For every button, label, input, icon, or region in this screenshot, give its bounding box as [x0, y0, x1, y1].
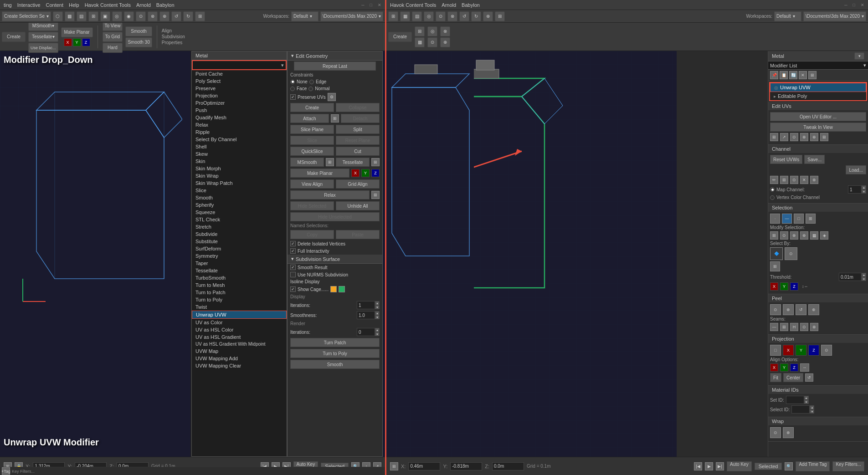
toolbar-icon-12[interactable]: ↻	[183, 11, 193, 21]
cage-color1[interactable]	[330, 286, 337, 292]
relax-btn[interactable]: Relax	[290, 190, 370, 199]
menu-babylon[interactable]: Babylon	[156, 2, 175, 8]
delete-isolated-checkbox[interactable]: ✓	[290, 241, 296, 246]
hide-selected-btn[interactable]: Hide Selected	[290, 201, 334, 210]
select-id-spinbox[interactable]: ▲ ▼	[791, 405, 866, 414]
edit-geom-header[interactable]: ▾ Edit Geometry	[288, 51, 382, 61]
align-z-btn[interactable]: Z	[790, 363, 798, 372]
peel-icon-3[interactable]: ↺	[796, 304, 806, 315]
mod-uvw-add[interactable]: UVW Mapping Add	[192, 355, 287, 362]
iterations-up[interactable]: ▲	[375, 301, 380, 305]
mod-uvw-map[interactable]: UVW Map	[192, 347, 287, 355]
selid-down[interactable]: ▼	[810, 409, 814, 414]
r-z-input[interactable]	[492, 462, 524, 470]
map-channel-input[interactable]	[848, 185, 862, 194]
turn-patch-btn[interactable]: Turn Patch	[290, 338, 380, 347]
mod-turn-mesh[interactable]: Turn to Mesh	[192, 281, 287, 289]
toolbar-right-icon-7[interactable]: ↺	[459, 11, 469, 21]
proj-x-btn[interactable]: X	[783, 345, 794, 356]
mod-prooptimizer[interactable]: ProOptimizer	[192, 99, 287, 107]
save-btn[interactable]: Save...	[804, 155, 825, 164]
mod-uv-hsl-color[interactable]: UV as HSL Color	[192, 326, 287, 333]
workspace-dropdown-right[interactable]: Default▾	[774, 11, 801, 21]
mod-ripple[interactable]: Ripple	[192, 128, 287, 136]
stack-icon-5[interactable]: ⊞	[808, 71, 817, 79]
msmooth-settings[interactable]: ⊞	[326, 158, 334, 166]
viewport-right-area[interactable]	[383, 51, 474, 457]
mod-turn-patch[interactable]: Turn to Patch	[192, 289, 287, 296]
ch-icon-5[interactable]: ⊗	[810, 176, 818, 184]
smooth-subdiv-btn[interactable]: Smooth	[290, 360, 380, 369]
proj-icon-1[interactable]: □	[770, 345, 781, 356]
modifier-list[interactable]: Point Cache Poly Select Preserve Project…	[192, 70, 287, 456]
sel-face-icon[interactable]: □	[794, 214, 804, 224]
uv-icon-2[interactable]: ↗	[780, 133, 788, 141]
sel-z-btn[interactable]: Z	[790, 282, 798, 291]
mod-skin-wrap-patch[interactable]: Skin Wrap Patch	[192, 179, 287, 187]
peel-header[interactable]: Peel	[768, 294, 868, 302]
tessellate-btn[interactable]: Tessellate ▾	[28, 32, 58, 42]
create-selection-dropdown[interactable]: Create Selection Se ▾	[2, 11, 51, 21]
smoothness-input[interactable]	[357, 311, 375, 319]
mod-uv-hsl-gradient[interactable]: UV as HSL Gradient	[192, 333, 287, 341]
smooth-btn[interactable]: Smooth	[125, 26, 152, 36]
reset-icon[interactable]: ↺	[805, 373, 813, 382]
mod-turn-poly[interactable]: Turn to Poly	[192, 296, 287, 303]
use-nurms-checkbox[interactable]	[290, 272, 296, 277]
mod-twist[interactable]: Twist	[192, 303, 287, 311]
slice-plane-btn[interactable]: Slice Plane	[290, 125, 334, 134]
thresh-up[interactable]: ▲	[862, 273, 866, 277]
mod-symmetry[interactable]: Symmetry	[192, 252, 287, 260]
toolbar-icon-9[interactable]: ⊗	[148, 11, 158, 21]
wrap-icon-2[interactable]: ⊗	[783, 427, 794, 438]
full-interactive-checkbox[interactable]: ✓	[290, 248, 296, 254]
sb-icon-2[interactable]: ⊙	[785, 247, 797, 260]
mod-poly-select[interactable]: Poly Select	[192, 77, 287, 85]
mp-z-btn[interactable]: Z	[371, 169, 380, 177]
unhide-all-btn[interactable]: Unhide All	[336, 201, 380, 210]
subdivision-header[interactable]: ▾ Subdivision Surface	[288, 255, 382, 264]
fit-btn[interactable]: Fit	[770, 373, 781, 382]
mod-surfdeform[interactable]: SurfDeform	[192, 245, 287, 252]
material-ids-header[interactable]: Material IDs	[768, 386, 868, 394]
mp-y-btn[interactable]: Y	[361, 169, 370, 177]
sel-y-btn[interactable]: Y	[780, 282, 788, 291]
seam-icon-1[interactable]: —	[770, 323, 778, 331]
mod-preserve[interactable]: Preserve	[192, 85, 287, 92]
proj-y-btn[interactable]: Y	[796, 345, 806, 356]
ms-icon-3[interactable]: ⊗	[790, 231, 798, 240]
setid-up[interactable]: ▲	[804, 396, 809, 400]
channel-header[interactable]: Channel	[768, 145, 868, 153]
menu-ting[interactable]: ting	[4, 2, 12, 8]
toolbar-right-icon-6[interactable]: ⊗	[447, 11, 457, 21]
mod-quadify[interactable]: Quadify Mesh	[192, 114, 287, 121]
mod-substitute[interactable]: Substitute	[192, 238, 287, 245]
radio-edge[interactable]	[309, 80, 314, 84]
align-icon-extra[interactable]: ↔	[800, 363, 809, 372]
create-btn-geom[interactable]: Create	[290, 103, 334, 112]
render-iterations-spinbox[interactable]: ▲ ▼	[357, 328, 380, 336]
wrap-header[interactable]: Wrap	[768, 417, 868, 425]
ch-icon-2[interactable]: ⊞	[780, 176, 788, 184]
radio-normal[interactable]	[308, 87, 313, 91]
radio-none[interactable]	[290, 80, 295, 84]
mod-skew[interactable]: Skew	[192, 150, 287, 158]
sel-vertex-icon[interactable]: ·	[770, 214, 780, 224]
stack-unwrap-uvw[interactable]: ◎ Unwrap UVW	[770, 83, 866, 92]
toolbar-right-icon-3[interactable]: ▤	[412, 11, 422, 21]
toolbar-icon-11[interactable]: ↺	[171, 11, 181, 21]
split-btn[interactable]: Split	[336, 125, 380, 134]
mod-select-by-channel[interactable]: Select By Channel	[192, 136, 287, 143]
mp-x-btn[interactable]: X	[351, 169, 360, 177]
workspace-dropdown[interactable]: Default▾	[291, 11, 318, 21]
collapse-btn[interactable]: Collapse	[336, 103, 380, 112]
edit-uvs-header[interactable]: Edit UVs	[768, 102, 868, 110]
toolbar-right-icon-2[interactable]: ▦	[400, 11, 410, 21]
stack-icon-1[interactable]: 📌	[770, 71, 778, 79]
r-autokey-btn[interactable]: Auto Key	[727, 461, 752, 471]
paste-btn[interactable]: Paste	[336, 230, 380, 239]
cage-color2[interactable]	[339, 286, 345, 292]
detach-btn[interactable]: Detach	[341, 114, 380, 123]
uv-icon-5[interactable]: ⊕	[810, 133, 818, 141]
create-btn[interactable]: Create	[2, 32, 26, 42]
